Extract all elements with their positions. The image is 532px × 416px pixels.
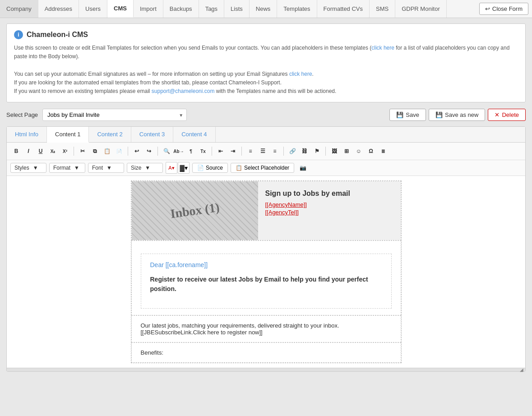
bg-color-button[interactable]: ▓▾ — [178, 162, 190, 174]
email-header: Inbox (1) Sign up to Jobs by email [[Age… — [131, 181, 401, 240]
nav-sms[interactable]: SMS — [370, 0, 395, 18]
resize-handle[interactable]: ◢ — [7, 368, 525, 371]
image-button[interactable]: 🖼 — [328, 145, 340, 157]
support-email-link[interactable]: support@chameleoni.com — [152, 88, 215, 94]
resize-icon: ◢ — [520, 367, 523, 372]
nav-gdpr-monitor[interactable]: GDPR Monitor — [395, 0, 447, 18]
source-button[interactable]: 📄 Source — [192, 163, 228, 173]
select-page-dropdown[interactable]: Jobs by Email Invite Welcome Email Newsl… — [42, 109, 187, 121]
bold-button[interactable]: B — [10, 145, 22, 157]
styles-dropdown[interactable]: Styles ▼ — [10, 163, 46, 173]
select-placeholder-button[interactable]: 📋 Select Placeholder — [231, 163, 294, 173]
info-title-row: i Chameleon-i CMS — [14, 30, 518, 39]
paste-text-button[interactable]: 📄 — [113, 145, 125, 157]
replace-button[interactable]: Ab→ — [173, 145, 185, 157]
clipboard-group: ✂ ⧉ 📋 📄 — [77, 145, 125, 157]
underline-button[interactable]: U — [35, 145, 46, 157]
inbox-text: Inbox (1) — [169, 200, 220, 222]
nav-cms[interactable]: CMS — [107, 0, 134, 18]
outdent-button[interactable]: ⇤ — [215, 145, 227, 157]
email-section-body: Dear [[ca.forename]] Register to receive… — [131, 240, 401, 315]
superscript-button[interactable]: X² — [59, 145, 71, 157]
undo-group: ↩ ↪ — [131, 145, 155, 157]
agency-tel-link[interactable]: [[AgencyTel]] — [265, 209, 393, 216]
nav-news[interactable]: News — [250, 0, 278, 18]
format-button[interactable]: ¶ — [185, 145, 197, 157]
nav-backups[interactable]: Backups — [163, 0, 199, 18]
align-right-button[interactable]: ≡ — [269, 145, 281, 157]
delete-icon: ✕ — [495, 111, 500, 118]
link-button[interactable]: 🔗 — [287, 145, 298, 157]
format-group: B I U X₂ X² — [10, 145, 71, 157]
font-dropdown[interactable]: Font ▼ — [88, 163, 124, 173]
editor-area[interactable]: Inbox (1) Sign up to Jobs by email [[Age… — [7, 176, 525, 368]
agency-name-link[interactable]: [[AgencyName]] — [265, 201, 393, 208]
save-button[interactable]: 💾 Save — [389, 109, 426, 121]
align-left-button[interactable]: ≡ — [245, 145, 256, 157]
email-section-benefits: Benefits: — [131, 342, 401, 363]
undo-button[interactable]: ↩ — [131, 145, 143, 157]
delete-button[interactable]: ✕ Delete — [488, 109, 526, 121]
align-group: ≡ ☰ ≡ — [245, 145, 281, 157]
more-button[interactable]: ≣ — [377, 145, 389, 157]
placeholder-icon: 📋 — [236, 165, 242, 171]
nav-templates[interactable]: Templates — [277, 0, 317, 18]
align-center-button[interactable]: ☰ — [257, 145, 268, 157]
select-page-label: Select Page — [6, 111, 38, 118]
save-as-new-button[interactable]: 💾 Save as new — [429, 109, 485, 121]
email-section-latest-jobs: Our latest jobs, matching your requireme… — [131, 315, 401, 342]
email-content: Inbox (1) Sign up to Jobs by email [[Age… — [131, 180, 402, 363]
redo-button[interactable]: ↪ — [143, 145, 155, 157]
click-here-link-1[interactable]: click here — [371, 45, 394, 51]
format-dropdown[interactable]: Format ▼ — [49, 163, 85, 173]
email-body: Dear [[ca.forename]] Register to receive… — [141, 254, 392, 309]
cut-button[interactable]: ✂ — [77, 145, 88, 157]
nav-company[interactable]: Company — [0, 0, 38, 18]
nav-import[interactable]: Import — [134, 0, 163, 18]
italic-button[interactable]: I — [23, 145, 34, 157]
latest-jobs-text: Our latest jobs, matching your requireme… — [141, 322, 392, 336]
paste-button[interactable]: 📋 — [101, 145, 113, 157]
nav-lists[interactable]: Lists — [224, 0, 250, 18]
remove-format-button[interactable]: Tx — [197, 145, 209, 157]
chevron-down-icon-4: ▼ — [145, 165, 150, 171]
select-page-wrapper: Jobs by Email Invite Welcome Email Newsl… — [42, 109, 187, 121]
table-button[interactable]: ⊞ — [341, 145, 352, 157]
subscribe-link[interactable]: [[JBESubscribeLink.Click here to registe… — [141, 329, 263, 336]
close-icon: ↩ — [485, 5, 490, 12]
nav-addresses[interactable]: Addresses — [38, 0, 79, 18]
chevron-down-icon: ▼ — [33, 165, 38, 171]
sep-7 — [325, 147, 326, 156]
tab-content-2[interactable]: Content 2 — [89, 127, 131, 142]
special-char-button[interactable]: Ω — [365, 145, 377, 157]
select-page-row: Select Page Jobs by Email Invite Welcome… — [6, 109, 526, 121]
click-here-link-2[interactable]: click here — [289, 71, 312, 77]
action-buttons: 💾 Save 💾 Save as new ✕ Delete — [389, 109, 526, 121]
sep-3 — [157, 147, 158, 156]
link-group: 🔗 ⛓ ⚑ — [287, 145, 323, 157]
main-content: i Chameleon-i CMS Use this screen to cre… — [0, 18, 532, 377]
tab-content-1[interactable]: Content 1 — [47, 127, 89, 143]
copy-button[interactable]: ⧉ — [89, 145, 101, 157]
close-form-button[interactable]: ↩ Close Form — [479, 3, 528, 15]
save-icon: 💾 — [396, 111, 403, 118]
info-text-block: Use this screen to create or edit Email … — [14, 44, 518, 96]
tab-content-3[interactable]: Content 3 — [131, 127, 173, 142]
subscript-button[interactable]: X₂ — [47, 145, 59, 157]
anchor-button[interactable]: ⚑ — [311, 145, 323, 157]
emoji-button[interactable]: ☺ — [353, 145, 365, 157]
nav-users[interactable]: Users — [79, 0, 107, 18]
sep-1 — [74, 147, 74, 156]
nav-formatted-cvs[interactable]: Formatted CVs — [317, 0, 370, 18]
tab-html-info[interactable]: Html Info — [7, 127, 47, 142]
camera-button[interactable]: 📷 — [297, 162, 309, 174]
font-color-button[interactable]: A▾ — [166, 162, 177, 174]
source-icon: 📄 — [197, 165, 204, 171]
unlink-button[interactable]: ⛓ — [299, 145, 310, 157]
chevron-down-icon-3: ▼ — [106, 165, 112, 171]
indent-button[interactable]: ⇥ — [227, 145, 239, 157]
tab-content-4[interactable]: Content 4 — [173, 127, 215, 142]
search-button[interactable]: 🔍 — [161, 145, 172, 157]
size-dropdown[interactable]: Size ▼ — [127, 163, 163, 173]
nav-tags[interactable]: Tags — [199, 0, 224, 18]
